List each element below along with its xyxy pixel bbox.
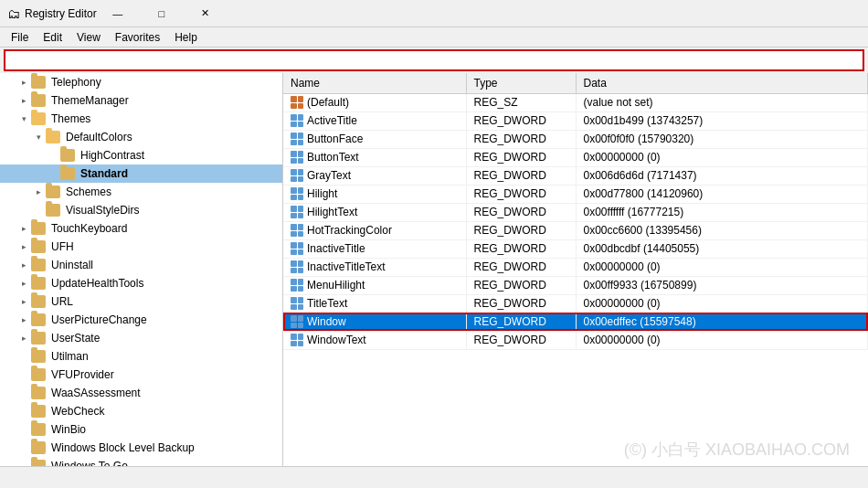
address-input[interactable]: Computer\HKEY_LOCAL_MACHINE\SOFTWARE\Mic… [5, 54, 863, 67]
table-row[interactable]: MenuHilightREG_DWORD0x00ff9933 (16750899… [283, 276, 868, 294]
maximize-button[interactable]: □ [141, 0, 183, 27]
folder-icon [46, 131, 60, 143]
reg-entry-icon [291, 315, 303, 328]
tree-item-label: WinBio [51, 423, 86, 436]
tree-item[interactable]: ▾Themes [0, 110, 282, 128]
tree-arrow-icon[interactable]: ▸ [16, 294, 31, 309]
tree-item[interactable]: ▸UserState [0, 329, 282, 347]
tree-item-label: Themes [51, 112, 90, 125]
tree-arrow-icon[interactable]: ▸ [16, 313, 31, 327]
cell-data: 0x00d77800 (14120960) [576, 185, 868, 203]
tree-item[interactable]: ▸UFH [0, 238, 282, 256]
tree-item[interactable]: Utilman [0, 347, 282, 366]
main-area: ▸Telephony▸ThemeManager▾Themes▾DefaultCo… [0, 73, 868, 466]
reg-entry-icon [291, 242, 303, 255]
tree-item[interactable]: WebCheck [0, 402, 282, 420]
cell-data: (value not set) [576, 93, 868, 111]
tree-item[interactable]: ▸TouchKeyboard [0, 219, 282, 238]
cell-name: Hilight [283, 185, 466, 203]
table-row[interactable]: InactiveTitleTextREG_DWORD0x00000000 (0) [283, 258, 868, 276]
table-row[interactable]: WindowREG_DWORD0x00edffec (15597548) [283, 313, 868, 331]
tree-arrow-icon[interactable]: ▾ [16, 111, 31, 126]
table-row[interactable]: (Default)REG_SZ(value not set) [283, 93, 868, 111]
tree-item-label: Utilman [51, 350, 89, 363]
cell-data: 0x00000000 (0) [576, 331, 868, 349]
tree-item[interactable]: Windows Block Level Backup [0, 439, 282, 457]
cell-data: 0x00f0f0f0 (15790320) [576, 130, 868, 148]
table-row[interactable]: InactiveTitleREG_DWORD0x00dbcdbf (144050… [283, 239, 868, 258]
cell-data: 0x006d6d6d (7171437) [576, 166, 868, 185]
menu-item-file[interactable]: File [4, 29, 36, 46]
folder-icon [31, 405, 46, 418]
tree-arrow-icon[interactable]: ▸ [16, 75, 31, 90]
tree-item[interactable]: Windows To Go [0, 457, 282, 466]
tree-item[interactable]: HighContrast [0, 146, 282, 164]
folder-icon [31, 441, 46, 454]
tree-item[interactable]: ▾DefaultColors [0, 128, 282, 146]
folder-icon [31, 423, 46, 436]
col-type[interactable]: Type [466, 73, 576, 93]
cell-name: HotTrackingColor [283, 221, 466, 239]
tree-item-label: Windows Block Level Backup [51, 441, 195, 454]
cell-data: 0x00ffffff (16777215) [576, 203, 868, 221]
table-row[interactable]: TitleTextREG_DWORD0x00000000 (0) [283, 294, 868, 313]
menu-item-favorites[interactable]: Favorites [108, 29, 167, 46]
app-icon: 🗂 [7, 6, 20, 21]
address-bar-container: Computer\HKEY_LOCAL_MACHINE\SOFTWARE\Mic… [0, 48, 868, 73]
registry-panel: Name Type Data (Default)REG_SZ(value not… [283, 73, 868, 466]
tree-item[interactable]: Standard [0, 164, 282, 183]
tree-item-label: Schemes [66, 186, 111, 198]
tree-item[interactable]: ▸UserPictureChange [0, 311, 282, 329]
col-name[interactable]: Name [283, 73, 466, 93]
cell-type: REG_DWORD [466, 111, 576, 130]
minimize-button[interactable]: — [97, 0, 139, 27]
tree-arrow-icon[interactable]: ▸ [16, 276, 31, 291]
table-row[interactable]: ButtonTextREG_DWORD0x00000000 (0) [283, 148, 868, 166]
tree-item[interactable]: ▸ThemeManager [0, 91, 282, 110]
table-row[interactable]: HilightTextREG_DWORD0x00ffffff (16777215… [283, 203, 868, 221]
reg-entry-icon [291, 151, 303, 164]
cell-name: InactiveTitle [283, 239, 466, 258]
tree-arrow-icon[interactable]: ▸ [31, 185, 46, 199]
folder-icon [31, 460, 46, 466]
folder-icon [31, 277, 46, 290]
cell-type: REG_DWORD [466, 258, 576, 276]
tree-arrow-icon[interactable]: ▸ [16, 221, 31, 236]
menu-item-help[interactable]: Help [167, 29, 205, 46]
table-row[interactable]: HotTrackingColorREG_DWORD0x00cc6600 (133… [283, 221, 868, 239]
tree-item[interactable]: ▸Telephony [0, 73, 282, 91]
tree-item[interactable]: VisualStyleDirs [0, 201, 282, 219]
table-row[interactable]: HilightREG_DWORD0x00d77800 (14120960) [283, 185, 868, 203]
tree-arrow-icon[interactable]: ▸ [16, 239, 31, 254]
reg-entry-icon [291, 224, 303, 237]
tree-item-label: Telephony [51, 76, 101, 89]
tree-arrow-icon[interactable]: ▸ [16, 331, 31, 345]
table-row[interactable]: WindowTextREG_DWORD0x00000000 (0) [283, 331, 868, 349]
folder-icon [31, 222, 46, 235]
tree-item[interactable]: VFUProvider [0, 366, 282, 384]
table-row[interactable]: ActiveTitleREG_DWORD0x00d1b499 (13743257… [283, 111, 868, 130]
tree-item-label: URL [51, 295, 73, 308]
folder-icon [31, 350, 46, 363]
cell-data: 0x00ff9933 (16750899) [576, 276, 868, 294]
folder-icon [31, 332, 46, 345]
tree-item[interactable]: ▸URL [0, 292, 282, 311]
close-button[interactable]: ✕ [185, 0, 227, 27]
tree-arrow-icon[interactable]: ▸ [16, 258, 31, 272]
tree-item[interactable]: WinBio [0, 420, 282, 439]
table-row[interactable]: GrayTextREG_DWORD0x006d6d6d (7171437) [283, 166, 868, 185]
folder-icon [31, 94, 46, 107]
table-row[interactable]: ButtonFaceREG_DWORD0x00f0f0f0 (15790320) [283, 130, 868, 148]
menu-item-edit[interactable]: Edit [36, 29, 69, 46]
tree-item[interactable]: ▸Schemes [0, 183, 282, 201]
tree-arrow-icon[interactable]: ▾ [31, 130, 46, 144]
tree-item[interactable]: WaaSAssessment [0, 384, 282, 402]
menu-item-view[interactable]: View [69, 29, 108, 46]
tree-arrow-icon[interactable]: ▸ [16, 93, 31, 108]
folder-icon [31, 368, 46, 381]
tree-item-label: UFH [51, 240, 74, 253]
tree-item[interactable]: ▸UpdateHealthTools [0, 274, 282, 292]
cell-type: REG_DWORD [466, 239, 576, 258]
col-data[interactable]: Data [576, 73, 868, 93]
tree-item[interactable]: ▸Uninstall [0, 256, 282, 274]
